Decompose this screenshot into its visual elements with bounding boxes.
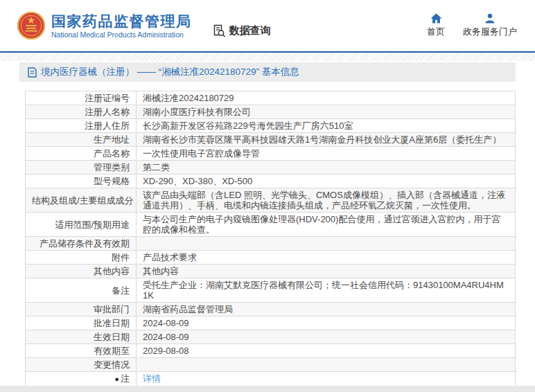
row-value: 2024-08-09 [137, 317, 516, 330]
brand: 国家药品监督管理局 National Medical Products Admi… [17, 11, 192, 40]
row-label: 适用范围/预期用途 [26, 213, 137, 237]
row-value: XD-290、XD-380、XD-500 [137, 175, 516, 188]
breadcrumb: 境内医疗器械（注册） —— “湘械注准20242180729” 基本信息 [19, 62, 516, 82]
nav-home-label: 首页 [427, 26, 445, 38]
row-label: 注册人住所 [26, 119, 137, 133]
table-row: 生效日期2024-08-09 [26, 330, 516, 344]
brand-text: 国家药品监督管理局 National Medical Products Admi… [51, 13, 192, 39]
row-label: 注册人名称 [26, 105, 137, 119]
data-query-icon [213, 24, 226, 37]
row-label: 生效日期 [26, 330, 137, 344]
data-query-label: 数据查询 [229, 24, 271, 37]
note-bullet-icon: ● [114, 375, 119, 383]
row-value: 2029-08-08 [137, 344, 516, 358]
detail-link[interactable]: 详情 [143, 373, 161, 384]
row-label: 变更情况 [26, 358, 137, 372]
table-row: 批准日期2024-08-09 [26, 317, 516, 330]
row-value: 湖南小度医疗科技有限公司 [137, 105, 516, 119]
page: 国家药品监督管理局 National Medical Products Admi… [0, 0, 535, 392]
row-value: 2024-08-09 [137, 330, 516, 344]
row-value: 与本公司生产的电子内窥镜图像处理器(HDV-200)配合使用，通过宫颈进入宫腔内… [137, 213, 516, 237]
table-row: 注册人住所长沙高新开发区谷苑路229号海凭园生产厂房六510室 [26, 119, 516, 133]
row-value: 受托生产企业：湖南艾默克医疗器械有限公司；统一社会信用代码：91430100MA… [137, 278, 516, 303]
row-value: 长沙高新开发区谷苑路229号海凭园生产厂房六510室 [137, 119, 516, 133]
footer-strip [0, 386, 535, 392]
row-label: 其他内容 [26, 265, 137, 278]
row-value: 湖南省长沙市芙蓉区隆平高科技园雄天路1号湖南金丹科技创业大厦A座第6层（委托生产… [137, 133, 516, 147]
row-label: 型号规格 [26, 175, 137, 188]
table-row: 附件产品技术要求 [26, 251, 516, 265]
table-row: 结构及组成/主要组成成分该产品由头端部（含LED 照明、光学镜头、CMOS成像模… [26, 188, 516, 213]
row-value: 第二类 [137, 161, 516, 175]
table-row: 产品储存条件及有效期 [26, 237, 516, 251]
row-label: 结构及组成/主要组成成分 [26, 188, 137, 213]
table-row: 有效期至2029-08-08 [26, 344, 516, 358]
row-label: 产品储存条件及有效期 [26, 237, 137, 251]
row-label: 生产地址 [26, 133, 137, 147]
table-row: 适用范围/预期用途与本公司生产的电子内窥镜图像处理器(HDV-200)配合使用，… [26, 213, 516, 237]
table-row: ●注详情 [26, 372, 516, 386]
row-value: 产品技术要求 [137, 251, 516, 265]
row-label: 备注 [26, 278, 137, 303]
row-label: 审批部门 [26, 303, 137, 317]
table-row: 注册证编号湘械注准20242180729 [26, 91, 516, 105]
row-label: 管理类别 [26, 161, 137, 175]
table-row: 审批部门湖南省药品监督管理局 [26, 303, 516, 317]
user-icon [484, 13, 495, 24]
row-label: 批准日期 [26, 317, 137, 330]
site-header: 国家药品监督管理局 National Medical Products Admi… [0, 0, 535, 53]
hatched-divider [0, 53, 535, 61]
row-label: 附件 [26, 251, 137, 265]
home-icon [430, 13, 442, 24]
info-table-body: 注册证编号湘械注准20242180729注册人名称湖南小度医疗科技有限公司注册人… [26, 91, 516, 386]
row-value: 该产品由头端部（含LED 照明、光学镜头、CMOS成像模组）、插入部（含器械通道… [137, 188, 516, 213]
org-name-cn: 国家药品监督管理局 [51, 13, 192, 30]
row-value: 其他内容 [137, 265, 516, 278]
row-label: ●注 [26, 372, 137, 386]
table-row: 注册人名称湖南小度医疗科技有限公司 [26, 105, 516, 119]
content-card: 境内医疗器械（注册） —— “湘械注准20242180729” 基本信息 注册证… [19, 62, 516, 386]
row-label: 注册证编号 [26, 91, 137, 105]
table-row: 备注受托生产企业：湖南艾默克医疗器械有限公司；统一社会信用代码：91430100… [26, 278, 516, 303]
row-label: 产品名称 [26, 147, 137, 161]
row-value: 湖南省药品监督管理局 [137, 303, 516, 317]
nav-portal-label: 政务服务门户 [463, 26, 517, 38]
row-label: 有效期至 [26, 344, 137, 358]
table-row: 其他内容其他内容 [26, 265, 516, 278]
table-row: 生产地址湖南省长沙市芙蓉区隆平高科技园雄天路1号湖南金丹科技创业大厦A座第6层（… [26, 133, 516, 147]
national-emblem-logo [17, 11, 46, 40]
nav-home[interactable]: 首页 [427, 13, 445, 38]
table-row: 产品名称一次性使用电子宫腔成像导管 [26, 147, 516, 161]
table-row: 型号规格XD-290、XD-380、XD-500 [26, 175, 516, 188]
header-nav: 首页 政务服务门户 [427, 13, 517, 38]
info-table: 注册证编号湘械注准20242180729注册人名称湖南小度医疗科技有限公司注册人… [25, 91, 516, 386]
table-row: 变更情况 [26, 358, 516, 372]
row-value: 一次性使用电子宫腔成像导管 [137, 147, 516, 161]
breadcrumb-text: 境内医疗器械（注册） —— “湘械注准20242180729” 基本信息 [41, 66, 299, 78]
row-value [137, 358, 516, 372]
document-icon [28, 67, 37, 78]
org-name-en: National Medical Products Administration [51, 30, 192, 39]
row-value: 湘械注准20242180729 [137, 91, 516, 105]
row-value [137, 237, 516, 251]
row-value: 详情 [137, 372, 516, 386]
table-row: 管理类别第二类 [26, 161, 516, 175]
nav-portal[interactable]: 政务服务门户 [463, 13, 517, 38]
table-wrap: 注册证编号湘械注准20242180729注册人名称湖南小度医疗科技有限公司注册人… [25, 91, 516, 386]
data-query-link[interactable]: 数据查询 [213, 24, 271, 37]
